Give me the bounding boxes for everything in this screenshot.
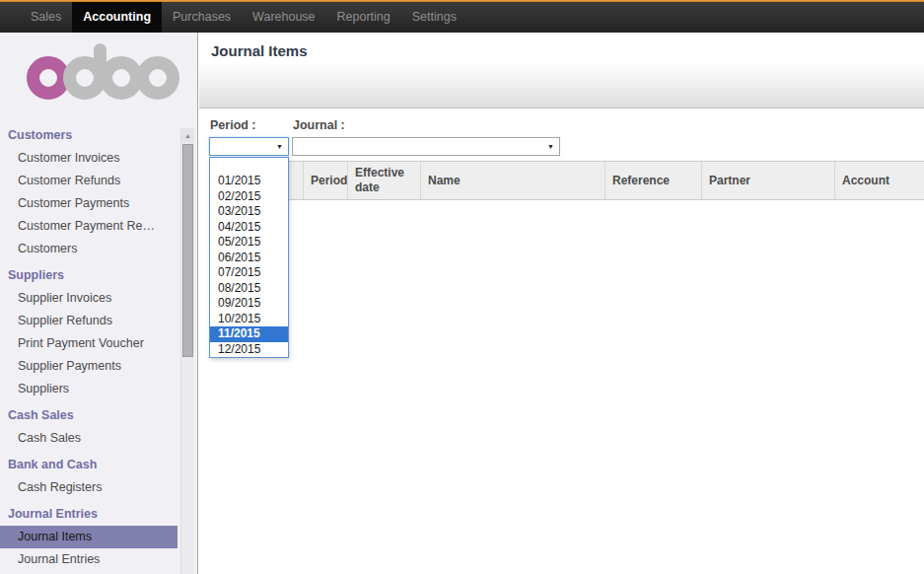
sidebar: Customers Customer Invoices Customer Ref… — [0, 33, 198, 574]
odoo-logo — [27, 56, 184, 102]
page-title: Journal Items — [199, 33, 924, 59]
sidebar-item-supplier-invoices[interactable]: Supplier Invoices — [0, 287, 178, 310]
section-suppliers: Suppliers Supplier Invoices Supplier Ref… — [0, 264, 197, 400]
section-title-cash-sales: Cash Sales — [0, 404, 197, 427]
section-title-suppliers: Suppliers — [0, 264, 197, 287]
sidebar-item-customer-invoices[interactable]: Customer Invoices — [0, 147, 178, 170]
sidebar-item-supplier-refunds[interactable]: Supplier Refunds — [0, 310, 178, 332]
section-journal-entries: Journal Entries Journal Items Journal En… — [0, 503, 197, 571]
sidebar-item-cash-registers[interactable]: Cash Registers — [0, 476, 178, 499]
sidebar-item-cash-sales[interactable]: Cash Sales — [0, 427, 178, 450]
chevron-down-icon: ▼ — [547, 143, 554, 150]
period-option[interactable]: 05/2015 — [210, 235, 288, 251]
period-option[interactable]: 04/2015 — [210, 220, 288, 236]
sidebar-scrollbar[interactable]: ▲ — [180, 128, 194, 574]
period-option[interactable]: 12/2015 — [210, 342, 288, 358]
section-cash-sales: Cash Sales Cash Sales — [0, 404, 197, 450]
period-option[interactable]: 02/2015 — [210, 189, 288, 205]
nav-warehouse[interactable]: Warehouse — [242, 2, 325, 33]
nav-sales[interactable]: Sales — [20, 2, 72, 33]
table-header-row: Period Effective date Name Reference Par… — [286, 161, 924, 200]
period-option-highlighted[interactable]: 11/2015 — [210, 326, 288, 342]
period-dropdown-list: 01/2015 02/2015 03/2015 04/2015 05/2015 … — [209, 157, 289, 358]
nav-settings[interactable]: Settings — [401, 2, 467, 33]
scroll-up-icon[interactable]: ▲ — [181, 128, 194, 142]
nav-reporting[interactable]: Reporting — [326, 2, 401, 33]
table-header-name[interactable]: Name — [421, 162, 605, 199]
period-option[interactable]: 03/2015 — [210, 204, 288, 220]
section-title-customers: Customers — [0, 124, 197, 147]
table-header-account[interactable]: Account — [835, 162, 924, 199]
sidebar-item-customer-payment-re[interactable]: Customer Payment Re… — [0, 215, 178, 238]
section-title-bank-and-cash: Bank and Cash — [0, 454, 197, 476]
sidebar-item-journal-entries[interactable]: Journal Entries — [0, 548, 178, 571]
chevron-down-icon: ▼ — [276, 143, 283, 150]
journal-filter-label: Journal : — [293, 118, 345, 132]
period-option[interactable]: 10/2015 — [210, 312, 288, 327]
nav-purchases[interactable]: Purchases — [162, 2, 242, 33]
nav-accounting[interactable]: Accounting — [72, 2, 162, 33]
sidebar-scrollbar-thumb[interactable] — [182, 144, 193, 357]
top-nav: Sales Accounting Purchases Warehouse Rep… — [0, 2, 924, 33]
sidebar-item-customers[interactable]: Customers — [0, 238, 178, 260]
sidebar-item-supplier-payments[interactable]: Supplier Payments — [0, 355, 178, 378]
period-option[interactable]: 06/2015 — [210, 251, 288, 266]
period-option[interactable]: 09/2015 — [210, 296, 288, 312]
period-option-blank[interactable] — [210, 158, 288, 174]
period-option[interactable]: 07/2015 — [210, 265, 288, 281]
table-header-reference[interactable]: Reference — [605, 162, 702, 199]
sidebar-item-print-payment-voucher[interactable]: Print Payment Voucher — [0, 332, 178, 355]
journal-select[interactable]: ▼ — [292, 137, 560, 156]
sidebar-menu: Customers Customer Invoices Customer Ref… — [0, 124, 197, 571]
period-select[interactable]: ▼ — [209, 137, 289, 156]
section-title-journal-entries: Journal Entries — [0, 503, 197, 526]
table-header-partner[interactable]: Partner — [702, 162, 835, 199]
table-header-period[interactable]: Period — [304, 162, 348, 199]
section-bank-and-cash: Bank and Cash Cash Registers — [0, 454, 197, 499]
sidebar-item-customer-payments[interactable]: Customer Payments — [0, 192, 178, 215]
section-customers: Customers Customer Invoices Customer Ref… — [0, 124, 197, 260]
sidebar-item-journal-items[interactable]: Journal Items — [0, 526, 178, 548]
logo-ring-o3 — [136, 56, 179, 100]
sidebar-item-customer-refunds[interactable]: Customer Refunds — [0, 170, 178, 192]
period-filter-label: Period : — [210, 118, 256, 132]
period-option[interactable]: 01/2015 — [210, 174, 288, 189]
main-content: Journal Items Period : Journal : ▼ ▼ Per… — [199, 33, 924, 574]
table-header-effective-date[interactable]: Effective date — [348, 162, 421, 199]
period-option[interactable]: 08/2015 — [210, 281, 288, 297]
sidebar-item-suppliers[interactable]: Suppliers — [0, 378, 178, 400]
view-header: Journal Items — [199, 33, 924, 108]
